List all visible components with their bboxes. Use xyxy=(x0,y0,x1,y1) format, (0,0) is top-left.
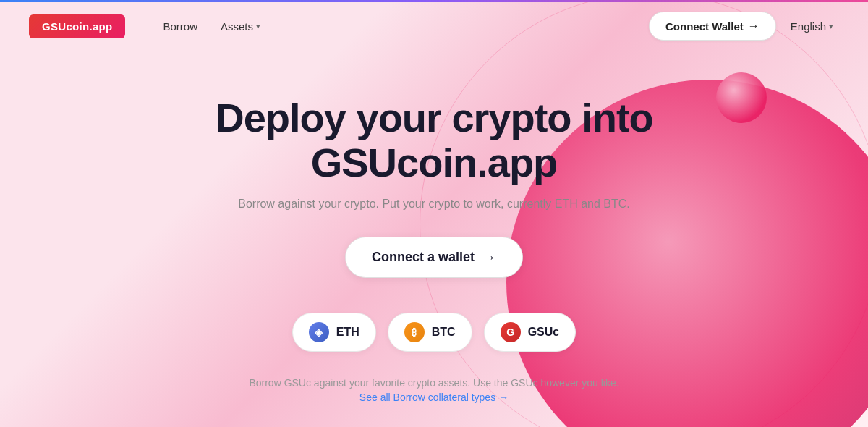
connect-wallet-cta-button[interactable]: Connect a wallet → xyxy=(345,237,523,278)
language-selector[interactable]: English ▾ xyxy=(785,16,839,37)
coin-badges: ◈ ETH ₿ BTC G GSUc xyxy=(292,313,576,352)
gsuc-label: GSUc xyxy=(528,326,560,339)
nav-assets[interactable]: Assets ▾ xyxy=(212,16,269,37)
hero-subtitle: Borrow against your crypto. Put your cry… xyxy=(238,198,630,211)
btc-label: BTC xyxy=(432,326,456,339)
gsuc-icon: G xyxy=(501,322,521,342)
borrow-collateral-link[interactable]: See all Borrow collateral types → xyxy=(359,392,509,403)
nav-borrow[interactable]: Borrow xyxy=(154,16,206,37)
coin-badge-gsuc[interactable]: G GSUc xyxy=(484,313,576,352)
connect-wallet-button[interactable]: Connect Wallet → xyxy=(649,12,776,41)
hero-title: Deploy your crypto into GSUcoin.app xyxy=(145,96,723,185)
connect-wallet-arrow-icon: → xyxy=(748,20,760,33)
nav-links: Borrow Assets ▾ xyxy=(154,16,269,37)
cta-arrow-icon: → xyxy=(482,249,496,266)
language-chevron-icon: ▾ xyxy=(829,22,833,31)
coin-badge-eth[interactable]: ◈ ETH xyxy=(292,313,376,352)
eth-icon: ◈ xyxy=(309,322,329,342)
logo[interactable]: GSUcoin.app xyxy=(29,14,125,38)
bottom-link-arrow-icon: → xyxy=(498,392,509,403)
eth-label: ETH xyxy=(336,326,359,339)
assets-chevron-icon: ▾ xyxy=(256,22,260,31)
bottom-section: Borrow GSUc against your favorite crypto… xyxy=(0,377,868,404)
main-content: Deploy your crypto into GSUcoin.app Borr… xyxy=(0,52,868,352)
navbar: GSUcoin.app Borrow Assets ▾ Connect Wall… xyxy=(0,0,868,52)
btc-icon: ₿ xyxy=(404,322,425,342)
bottom-text: Borrow GSUc against your favorite crypto… xyxy=(0,377,868,389)
nav-right: Connect Wallet → English ▾ xyxy=(649,12,839,41)
coin-badge-btc[interactable]: ₿ BTC xyxy=(388,313,472,352)
